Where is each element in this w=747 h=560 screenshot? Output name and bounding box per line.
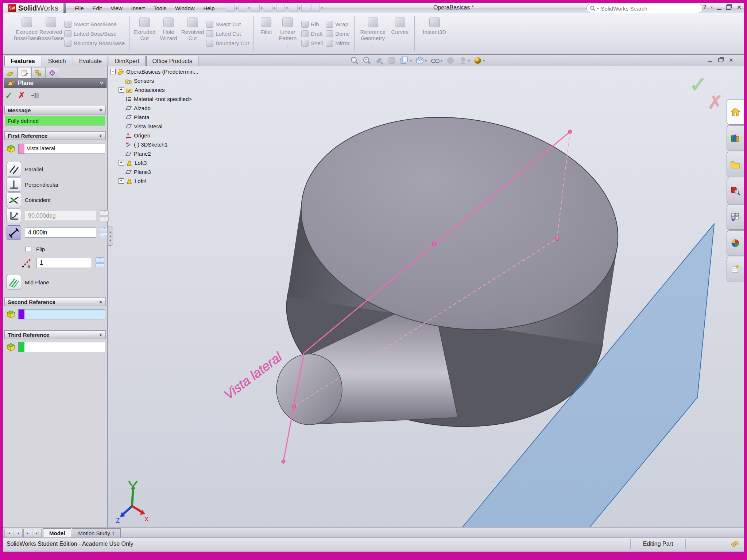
appearances-caret-icon[interactable]: ▾ xyxy=(468,59,470,63)
menu-edit[interactable]: Edit xyxy=(89,4,105,12)
rebuild-icon[interactable] xyxy=(301,4,310,12)
spin-down-icon[interactable]: ⌄ xyxy=(100,216,109,221)
last-tab-icon[interactable]: ▸| xyxy=(33,529,42,537)
sketch-point[interactable] xyxy=(568,130,572,133)
property-manager-tab[interactable] xyxy=(18,67,31,78)
confirmation-ok-icon[interactable]: ✓ xyxy=(689,72,707,97)
feature-manager-tab[interactable] xyxy=(4,67,18,78)
menu-view[interactable]: View xyxy=(107,4,126,12)
zoom-previous-icon[interactable] xyxy=(375,56,384,65)
open-caret-icon[interactable]: ▾ xyxy=(248,6,250,10)
save-icon[interactable] xyxy=(251,4,260,12)
display-style-caret-icon[interactable]: ▾ xyxy=(425,59,427,63)
flip-checkbox[interactable] xyxy=(26,246,31,252)
shadows-icon[interactable] xyxy=(446,56,455,65)
panel-splitter-handle[interactable]: ◂◂◂ xyxy=(107,226,113,246)
print-icon[interactable] xyxy=(264,4,272,12)
extruded-boss-base-button[interactable]: Extruded Boss/Base xyxy=(15,15,39,52)
curves-button[interactable]: Curves⌄ xyxy=(388,15,411,52)
tab-features[interactable]: Features xyxy=(4,56,41,66)
sketch-point[interactable] xyxy=(432,242,436,245)
solidworks-resources-tab[interactable] xyxy=(727,99,744,125)
view-orientation-icon[interactable]: ▾ xyxy=(400,56,412,65)
next-tab-icon[interactable]: ▸ xyxy=(23,529,32,537)
first-reference-group-header[interactable]: First Reference » xyxy=(4,131,106,140)
angle-input[interactable] xyxy=(25,211,96,221)
menu-tools[interactable]: Tools xyxy=(150,4,170,12)
tab-office-products[interactable]: Office Products xyxy=(146,56,198,66)
view-orientation-caret-icon[interactable]: ▾ xyxy=(410,59,412,63)
tab-dimxpert[interactable]: DimXpert xyxy=(109,56,146,66)
dome-button[interactable]: Dome xyxy=(326,30,350,37)
doc-restore-button[interactable] xyxy=(718,58,723,62)
menu-insert[interactable]: Insert xyxy=(127,4,148,12)
count-spinner[interactable]: ⌃⌄ xyxy=(96,257,104,268)
close-button[interactable]: × xyxy=(737,5,741,10)
swept-boss-base-button[interactable]: Swept Boss/Base xyxy=(64,21,125,28)
appearances-icon[interactable]: ▾ xyxy=(458,56,470,65)
spin-down-icon[interactable]: ⌄ xyxy=(96,263,104,268)
tree-item-plane2[interactable]: Plane2 xyxy=(119,149,220,158)
fillet-button[interactable]: Fillet⌄ xyxy=(257,15,276,52)
previous-tab-icon[interactable]: ◂ xyxy=(14,529,23,537)
collapse-chevron-icon[interactable]: » xyxy=(98,333,104,336)
tab-sketch[interactable]: Sketch xyxy=(42,56,72,66)
draft-button[interactable]: Draft xyxy=(301,30,323,37)
linear-pattern-caret-icon[interactable]: ⌄ xyxy=(286,43,289,47)
collapse-chevron-icon[interactable]: » xyxy=(98,300,104,303)
linear-pattern-button[interactable]: Linear Pattern⌄ xyxy=(276,15,300,52)
sketch-point[interactable] xyxy=(555,237,559,241)
tree-item-planta[interactable]: Planta xyxy=(119,113,220,122)
new-document-icon[interactable] xyxy=(226,4,235,12)
tree-item-3dsketch1[interactable]: 3D (-) 3DSketch1 xyxy=(119,140,220,149)
tree-root[interactable]: − OperaBasicas (Predetermin... xyxy=(110,67,220,76)
dimxpert-manager-tab[interactable] xyxy=(45,67,59,78)
help-button[interactable]: ? xyxy=(703,4,707,11)
curves-caret-icon[interactable]: ⌄ xyxy=(398,37,401,41)
fillet-caret-icon[interactable]: ⌄ xyxy=(265,37,268,41)
undo-caret-icon[interactable]: ▾ xyxy=(286,6,288,10)
section-view-icon[interactable] xyxy=(387,56,396,65)
print-caret-icon[interactable]: ▾ xyxy=(274,6,275,10)
tree-item-alzado[interactable]: Alzado xyxy=(119,104,220,113)
boundary-boss-base-button[interactable]: Boundary Boss/Base xyxy=(64,40,125,47)
expand-icon[interactable]: + xyxy=(119,160,124,166)
tree-item-origen[interactable]: Origen xyxy=(119,131,220,140)
second-reference-group-header[interactable]: Second Reference » xyxy=(4,298,106,306)
scene-icon[interactable]: ▾ xyxy=(473,56,485,65)
appearances-scenes-tab[interactable] xyxy=(727,230,744,256)
reference-geometry-caret-icon[interactable]: ⌄ xyxy=(371,43,374,47)
model-tab[interactable]: Model xyxy=(43,528,71,538)
second-reference-selection-box[interactable] xyxy=(18,309,105,319)
swept-cut-button[interactable]: Swept Cut xyxy=(206,21,249,28)
revolved-cut-button[interactable]: Revolved Cut xyxy=(181,15,205,52)
reference-geometry-button[interactable]: Reference Geometry⌄ xyxy=(357,15,388,52)
first-reference-selection-box[interactable]: Vista lateral xyxy=(18,144,105,154)
spin-up-icon[interactable]: ⌃ xyxy=(96,257,104,262)
revolved-boss-base-button[interactable]: Revolved Boss/Base xyxy=(39,15,63,52)
cancel-button[interactable]: ✗ xyxy=(18,91,25,100)
options-icon[interactable] xyxy=(311,4,320,12)
tree-item-vista-lateral[interactable]: Vista lateral xyxy=(119,122,220,131)
scene-caret-icon[interactable]: ▾ xyxy=(483,59,485,63)
midplane-option[interactable]: Mid Plane xyxy=(7,275,49,289)
extruded-cut-button[interactable]: Extruded Cut xyxy=(132,15,156,52)
ok-button[interactable]: ✓ xyxy=(5,90,12,101)
confirmation-cancel-icon[interactable]: ✗ xyxy=(708,92,723,113)
perpendicular-option[interactable]: Perpendicular xyxy=(7,177,59,192)
mirror-button[interactable]: Mirror xyxy=(326,40,350,47)
angle-spinner[interactable]: ⌃⌄ xyxy=(100,210,109,221)
third-reference-group-header[interactable]: Third Reference » xyxy=(4,330,106,339)
expand-icon[interactable]: + xyxy=(119,178,124,184)
doc-minimize-button[interactable] xyxy=(708,58,712,62)
rib-button[interactable]: Rib xyxy=(301,21,323,28)
file-explorer-tab[interactable] xyxy=(727,152,744,177)
menu-window[interactable]: Window xyxy=(171,4,198,12)
display-style-icon[interactable]: ▾ xyxy=(415,56,427,65)
hide-show-items-icon[interactable]: ▾ xyxy=(430,56,442,65)
tree-item-loft3[interactable]: + Loft3 xyxy=(119,158,220,167)
help-caret-icon[interactable]: ▾ xyxy=(711,5,713,9)
select-icon[interactable] xyxy=(289,4,298,12)
view-palette-tab[interactable] xyxy=(727,204,744,230)
sketch-point[interactable] xyxy=(282,460,285,463)
